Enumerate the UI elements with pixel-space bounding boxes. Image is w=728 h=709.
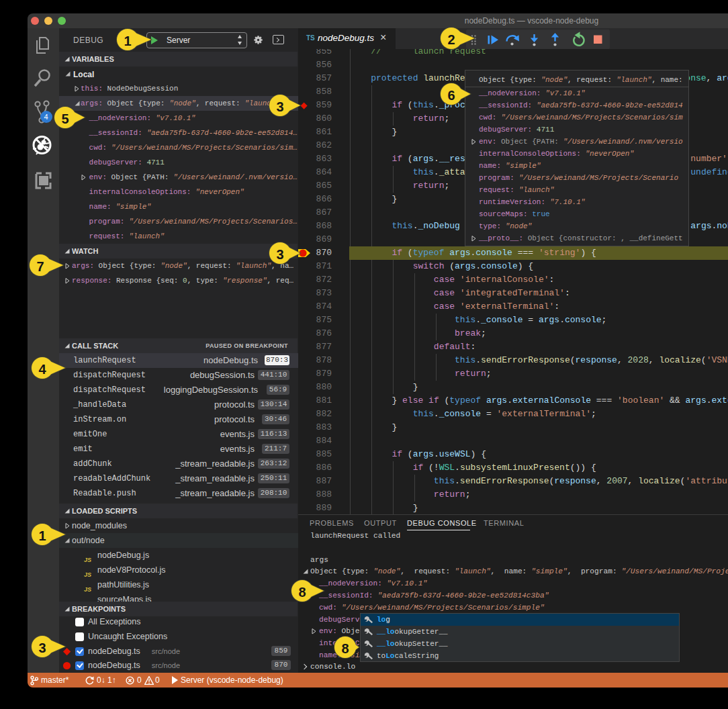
svg-text:3: 3 bbox=[276, 99, 283, 114]
svg-text:3: 3 bbox=[276, 247, 283, 262]
svg-text:8: 8 bbox=[298, 584, 306, 599]
svg-text:2: 2 bbox=[447, 32, 455, 46]
svg-text:4: 4 bbox=[38, 362, 46, 377]
svg-text:8: 8 bbox=[341, 641, 349, 655]
svg-text:7: 7 bbox=[36, 259, 44, 274]
svg-text:1: 1 bbox=[124, 33, 131, 48]
svg-text:6: 6 bbox=[447, 88, 455, 103]
svg-text:3: 3 bbox=[38, 641, 46, 655]
svg-text:1: 1 bbox=[38, 528, 46, 543]
svg-text:5: 5 bbox=[61, 111, 69, 126]
